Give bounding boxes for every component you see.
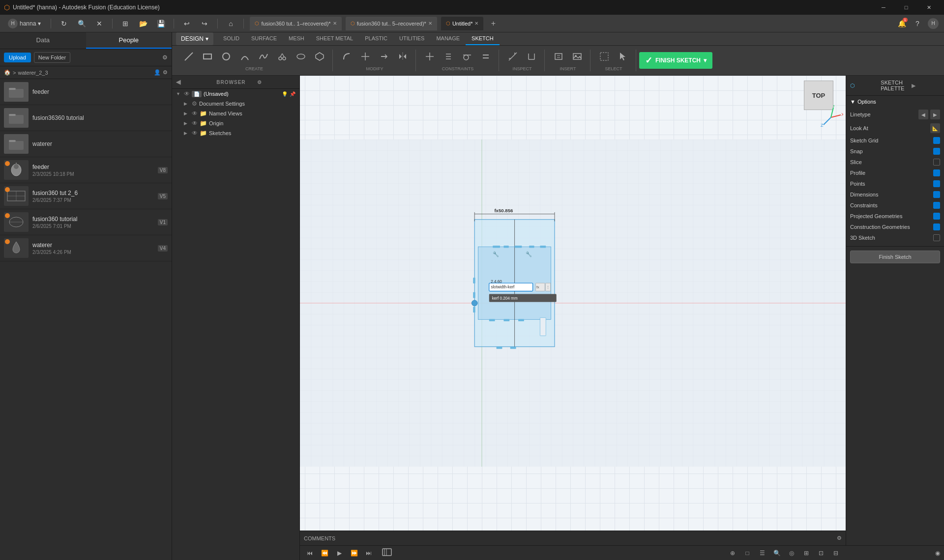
close-button[interactable]: ✕ [917, 0, 940, 15]
view-control-5[interactable]: ⊞ [800, 547, 812, 559]
undo-button[interactable]: ↩ [180, 17, 194, 30]
file-item-waterer[interactable]: waterer 2/3/2025 4:26 PM V4 [0, 235, 172, 261]
user-menu[interactable]: H hanna ▾ [4, 17, 45, 30]
new-tab-button[interactable]: + [487, 18, 499, 29]
refresh-button[interactable]: ↻ [57, 17, 71, 30]
create-spline-button[interactable] [255, 50, 272, 64]
tab-3-close[interactable]: ✕ [474, 21, 478, 26]
view-control-6[interactable]: ⊡ [815, 547, 827, 559]
insert-image-button[interactable] [568, 50, 586, 64]
breadcrumb-folder[interactable]: waterer_2_3 [18, 70, 48, 76]
folder-item-fusion[interactable]: fusion36360 tutorial [0, 105, 172, 131]
ribbon-tab-mesh[interactable]: MESH [283, 32, 310, 45]
lookat-button[interactable]: 📐 [930, 123, 940, 133]
canvas-area[interactable]: ◀ BROWSER ⚙ ▼ 👁 📄 (Unsaved) 💡 📌 ▶ ⚙ Doc [172, 76, 944, 560]
linetype-prev-button[interactable]: ◀ [918, 110, 928, 119]
finish-sketch-palette-button[interactable]: Finish Sketch [850, 251, 940, 263]
browser-item-namedviews[interactable]: ▶ 👁 📁 Named Views [172, 109, 299, 118]
status-icon[interactable]: ◉ [935, 550, 940, 557]
sidebar-tab-people[interactable]: People [86, 32, 172, 49]
sidebar-settings-button[interactable]: ⚙ [162, 54, 168, 61]
file-version-feeder[interactable]: V8 [158, 167, 168, 173]
browser-item-origin[interactable]: ▶ 👁 📁 Origin [172, 118, 299, 128]
tab-fusion-1[interactable]: ⬡ fusion360 tut.. 1–recovered)* ✕ [250, 17, 341, 30]
comments-gear-icon[interactable]: ⚙ [837, 535, 842, 541]
finish-sketch-button[interactable]: ✓ FINISH SKETCH ▾ [639, 52, 712, 69]
profile-checkbox[interactable]: ✓ [933, 169, 940, 176]
create-polygon-button[interactable] [311, 50, 328, 64]
tab-fusion-2[interactable]: ⬡ fusion360 tut.. 5–recovered)* ✕ [346, 17, 437, 30]
playback-play-button[interactable]: ▶ [333, 547, 345, 559]
tab-1-close[interactable]: ✕ [333, 21, 337, 26]
view-control-1[interactable]: ⊕ [727, 547, 738, 559]
constraint-equal-button[interactable] [477, 50, 495, 64]
file-item-feeder[interactable]: feeder 2/3/2025 10:18 PM V8 [0, 157, 172, 183]
file-item-fusion-tutorial[interactable]: fusion360 tutorial 2/6/2025 7:01 PM V1 [0, 209, 172, 235]
modify-fillet-button[interactable] [338, 50, 355, 64]
inspect-measure-button[interactable] [504, 50, 522, 64]
search-button[interactable]: 🔍 [75, 17, 88, 30]
tab-2-close[interactable]: ✕ [428, 21, 432, 26]
breadcrumb-icon2[interactable]: ⚙ [163, 69, 168, 76]
sidebar-tab-data[interactable]: Data [0, 32, 86, 49]
new-folder-button[interactable]: New Folder [34, 52, 70, 63]
app-grid-button[interactable]: ⊞ [118, 17, 132, 30]
help-button[interactable]: ? [911, 17, 924, 30]
constraint-tangent-button[interactable] [458, 50, 476, 64]
snap-checkbox[interactable]: ✓ [933, 148, 940, 155]
linetype-next-button[interactable]: ▶ [930, 110, 940, 119]
modify-extend-button[interactable] [375, 50, 393, 64]
design-mode-button[interactable]: DESIGN ▾ [176, 32, 213, 45]
view-control-7[interactable]: ⊟ [830, 547, 842, 559]
options-section-title[interactable]: ▼ Options [850, 99, 940, 105]
select-window-button[interactable] [595, 50, 613, 64]
breadcrumb-home[interactable]: 🏠 [4, 69, 11, 76]
ribbon-tab-utilities[interactable]: UTILITIES [393, 32, 430, 45]
notifications-button[interactable]: 🔔 1 [895, 17, 909, 30]
browser-item-sketches[interactable]: ▶ 👁 📁 Sketches [172, 128, 299, 138]
view-control-search[interactable]: 🔍 [771, 547, 783, 559]
construction-geom-checkbox[interactable]: ✓ [933, 224, 940, 230]
ribbon-tab-sheetmetal[interactable]: SHEET METAL [310, 32, 359, 45]
ribbon-tab-sketch[interactable]: SKETCH [466, 32, 500, 45]
points-checkbox[interactable]: ✓ [933, 180, 940, 187]
file-version-waterer[interactable]: V4 [158, 245, 168, 252]
close-file-button[interactable]: ✕ [92, 17, 106, 30]
ribbon-tab-surface[interactable]: SURFACE [245, 32, 283, 45]
maximize-button[interactable]: □ [895, 0, 917, 15]
sketch-grid-checkbox[interactable]: ✓ [933, 137, 940, 144]
constraint-coincident-button[interactable] [421, 50, 439, 64]
dimensions-checkbox[interactable]: ✓ [933, 191, 940, 198]
browser-item-docsettings[interactable]: ▶ ⚙ Document Settings [172, 99, 299, 109]
insert-dxf-button[interactable] [550, 50, 567, 64]
ribbon-tab-solid[interactable]: SOLID [217, 32, 245, 45]
view-control-3[interactable]: ☰ [756, 547, 768, 559]
create-scissors-button[interactable] [273, 50, 291, 64]
folder-item-waterer[interactable]: waterer [0, 131, 172, 157]
modify-mirror-button[interactable] [394, 50, 412, 64]
playback-last-button[interactable]: ⏭ [363, 547, 375, 559]
3d-sketch-checkbox[interactable] [933, 234, 940, 241]
ribbon-tab-manage[interactable]: MANAGE [430, 32, 466, 45]
minimize-button[interactable]: ─ [872, 0, 895, 15]
save-button[interactable]: 💾 [154, 17, 168, 30]
browser-item-unsaved[interactable]: ▼ 👁 📄 (Unsaved) 💡 📌 [172, 89, 299, 99]
inspect-dim-button[interactable] [523, 50, 540, 64]
projected-geom-checkbox[interactable]: ✓ [933, 213, 940, 220]
browser-settings-icon[interactable]: ⚙ [257, 80, 295, 85]
browser-collapse-button[interactable]: ◀ [176, 79, 214, 85]
constraints-checkbox[interactable]: ✓ [933, 202, 940, 209]
create-rect-button[interactable] [199, 50, 216, 64]
upload-button[interactable]: Upload [4, 53, 31, 62]
breadcrumb-icon1[interactable]: 👤 [154, 69, 161, 76]
create-circle-button[interactable] [217, 50, 235, 64]
modify-trim-button[interactable] [356, 50, 374, 64]
open-button[interactable]: 📂 [136, 17, 150, 30]
sketch-palette-pin[interactable]: ▶ [912, 83, 940, 89]
view-control-4[interactable]: ◎ [786, 547, 797, 559]
redo-button[interactable]: ↪ [198, 17, 211, 30]
create-line-button[interactable] [180, 50, 198, 64]
file-version-fusion-tutorial[interactable]: V1 [158, 219, 168, 225]
ribbon-tab-plastic[interactable]: PLASTIC [359, 32, 393, 45]
tab-untitled[interactable]: ⬡ Untitled* ✕ [441, 17, 484, 30]
